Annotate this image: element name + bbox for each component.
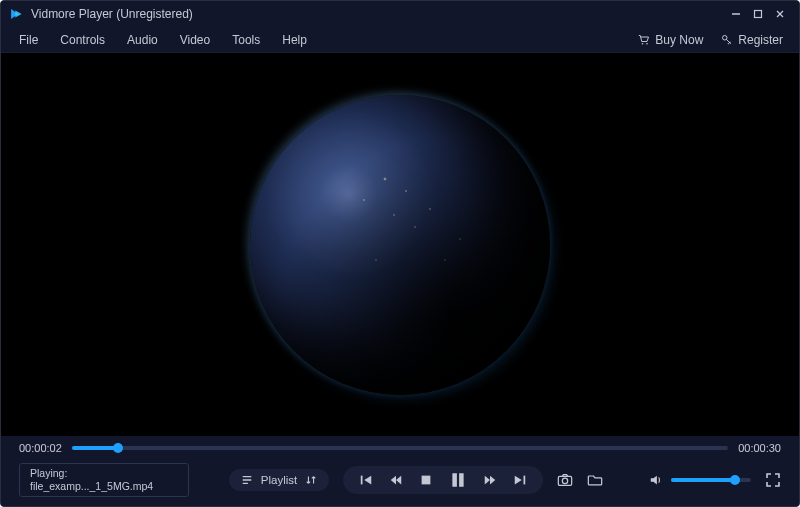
window-title: Vidmore Player (Unregistered) [31,7,193,21]
svg-marker-11 [391,476,396,485]
seek-slider[interactable] [72,446,728,450]
playlist-button[interactable]: Playlist [229,469,329,491]
controls-panel: 00:00:02 00:00:30 Playing: file_examp...… [1,436,799,506]
svg-marker-12 [396,476,401,485]
menu-audio[interactable]: Audio [127,33,158,47]
time-duration: 00:00:30 [738,442,781,454]
buy-now-button[interactable]: Buy Now [638,33,703,47]
previous-button[interactable] [359,473,373,487]
rewind-button[interactable] [389,473,403,487]
register-label: Register [738,33,783,47]
camera-icon [557,473,573,487]
svg-rect-15 [459,473,464,487]
svg-marker-18 [515,476,522,485]
speaker-icon [649,473,663,487]
folder-icon [587,473,603,487]
menu-help[interactable]: Help [282,33,307,47]
now-playing-box: Playing: file_examp..._1_5MG.mp4 [19,463,189,497]
app-logo-icon [9,7,23,21]
pause-button[interactable] [449,471,467,489]
playlist-label: Playlist [261,474,297,486]
menu-tools[interactable]: Tools [232,33,260,47]
utility-icons [557,473,603,487]
volume-control [649,473,751,487]
close-button[interactable] [769,4,791,24]
playlist-icon [241,474,253,486]
next-button[interactable] [513,473,527,487]
now-playing-filename: file_examp..._1_5MG.mp4 [30,480,178,493]
svg-marker-22 [651,476,657,485]
svg-point-7 [646,42,648,44]
svg-rect-13 [422,476,431,485]
volume-button[interactable] [649,473,663,487]
svg-point-21 [563,478,568,483]
menu-bar: File Controls Audio Video Tools Help Buy… [1,27,799,53]
buy-now-label: Buy Now [655,33,703,47]
video-frame-content [250,95,550,395]
menu-file[interactable]: File [19,33,38,47]
register-button[interactable]: Register [721,33,783,47]
sort-icon [305,474,317,486]
fast-forward-button[interactable] [483,473,497,487]
svg-rect-3 [755,11,762,18]
key-icon [721,34,733,46]
controls-row: Playing: file_examp..._1_5MG.mp4 Playlis… [19,464,781,496]
fullscreen-icon [765,472,781,488]
svg-marker-17 [490,476,495,485]
app-window: Vidmore Player (Unregistered) File Contr… [0,0,800,507]
video-viewport[interactable] [1,53,799,436]
cart-icon [638,34,650,46]
time-current: 00:00:02 [19,442,62,454]
svg-rect-19 [524,476,526,485]
fullscreen-button[interactable] [765,472,781,488]
svg-rect-9 [361,476,363,485]
svg-rect-14 [453,473,458,487]
stop-button[interactable] [419,473,433,487]
svg-marker-1 [15,11,21,18]
maximize-button[interactable] [747,4,769,24]
menu-controls[interactable]: Controls [60,33,105,47]
svg-point-6 [642,42,644,44]
now-playing-label: Playing: [30,467,178,480]
open-folder-button[interactable] [587,473,603,487]
transport-controls [343,466,543,494]
svg-marker-16 [485,476,490,485]
menu-video[interactable]: Video [180,33,210,47]
volume-slider[interactable] [671,478,751,482]
minimize-button[interactable] [725,4,747,24]
title-bar: Vidmore Player (Unregistered) [1,1,799,27]
svg-marker-10 [365,476,372,485]
progress-row: 00:00:02 00:00:30 [19,442,781,454]
snapshot-button[interactable] [557,473,573,487]
